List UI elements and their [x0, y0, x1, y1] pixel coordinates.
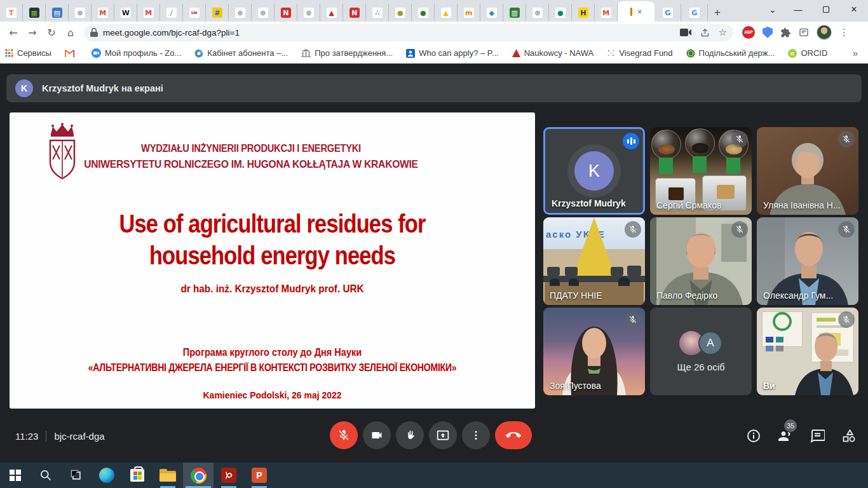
adblock-icon[interactable]: ABP	[742, 26, 755, 39]
participant-tile-serhii-yermakov[interactable]: Сергій Єрмаков	[650, 127, 752, 215]
pinned-tab[interactable]: M	[92, 4, 114, 22]
tab-search-chevron-icon[interactable]: ⌄	[761, 0, 784, 19]
pinned-tab[interactable]: ▤	[46, 4, 69, 22]
bookmark-visegrad[interactable]: Visegrad Fund	[607, 48, 672, 58]
meeting-details-button[interactable]	[746, 428, 761, 444]
edge-taskbar-icon[interactable]	[92, 463, 122, 488]
profile-avatar[interactable]	[817, 25, 832, 40]
new-tab-button[interactable]: +	[708, 4, 727, 22]
file-explorer-icon[interactable]	[153, 463, 183, 488]
browser-tab[interactable]: G	[681, 4, 708, 22]
self-view-tile[interactable]: Ви	[757, 308, 858, 395]
pinned-tab[interactable]: /	[160, 4, 183, 22]
gmail-icon	[65, 50, 74, 57]
pinned-tab[interactable]: ●	[389, 4, 412, 22]
address-bar[interactable]: meet.google.com/bjc-rcaf-dga?pli=1 ☆	[84, 24, 733, 41]
bookmark-gmail[interactable]	[65, 50, 78, 57]
pinned-tab[interactable]: ▥	[503, 4, 526, 22]
leave-call-button[interactable]	[495, 421, 532, 449]
bookmark-services[interactable]: Сервисы	[5, 48, 51, 58]
participants-button[interactable]: 35	[778, 428, 793, 444]
mic-off-icon	[731, 221, 748, 238]
search-button[interactable]	[31, 463, 61, 488]
close-button[interactable]: ×	[840, 0, 868, 19]
chat-button[interactable]	[810, 428, 825, 444]
tab-favicon-icon: #	[212, 8, 222, 18]
url-text[interactable]: meet.google.com/bjc-rcaf-dga?pli=1	[103, 28, 680, 37]
pinned-tab[interactable]: ⊕	[229, 4, 252, 22]
participant-tile-zoia-pustova[interactable]: Зоя Пустова	[543, 308, 645, 395]
pinned-tab[interactable]: ▲	[435, 4, 458, 22]
start-button[interactable]	[0, 463, 31, 488]
pinned-tab[interactable]: T	[0, 4, 23, 22]
bookmark-zoom-profile[interactable]: Мой профиль - Zo...	[92, 48, 181, 58]
microsoft-store-icon[interactable]	[122, 463, 153, 488]
camera-toggle-button[interactable]	[363, 421, 391, 449]
pinned-tab[interactable]: M	[595, 4, 618, 22]
pinned-tab[interactable]: ▲	[320, 4, 343, 22]
forward-button[interactable]: →	[23, 24, 42, 41]
tab-close-icon[interactable]: ×	[637, 8, 642, 16]
pinned-tab[interactable]: ●	[412, 4, 435, 22]
pinned-tab[interactable]: ◆	[480, 4, 503, 22]
bookmark-orcid[interactable]: iD ORCID	[788, 48, 827, 58]
pinned-tab[interactable]: ⊕	[526, 4, 549, 22]
chrome-menu-icon[interactable]: ⋮	[839, 27, 849, 38]
home-button[interactable]: ⌂	[61, 24, 80, 41]
back-button[interactable]: ←	[4, 24, 23, 41]
browser-tab[interactable]: G	[654, 4, 681, 22]
tab-favicon-icon: ⊕	[258, 8, 268, 18]
bookmark-star-icon[interactable]: ☆	[719, 27, 727, 38]
chrome-taskbar-icon[interactable]	[183, 463, 214, 488]
camera-active-icon[interactable]	[680, 29, 691, 36]
pinned-tab[interactable]: H	[572, 4, 595, 22]
participant-tile-pdatu[interactable]: аско УКРЕ ПДАТУ ННІЕ	[543, 217, 645, 305]
pinned-tab[interactable]: ●	[549, 4, 572, 22]
bookmark-nawa[interactable]: Naukowcy - NAWA	[512, 48, 594, 58]
reload-button[interactable]: ↻	[42, 24, 61, 41]
bookmark-decree[interactable]: Про затвердження...	[301, 48, 393, 58]
share-icon[interactable]	[700, 28, 710, 37]
shield-extension-icon[interactable]	[763, 27, 773, 38]
puzzle-extensions-icon[interactable]	[780, 27, 791, 38]
shared-presentation-slide[interactable]: WYDZIAŁU INŻYNIERII PRODUKCJI I ENERGETY…	[10, 112, 535, 409]
bookmark-podilsky[interactable]: Подільський держ...	[686, 48, 775, 58]
task-view-button[interactable]	[61, 463, 92, 488]
pinned-tab[interactable]: N	[343, 4, 366, 22]
pinned-tab[interactable]: #	[206, 4, 229, 22]
bookmark-cabinet[interactable]: Кабінет абонента –...	[194, 48, 288, 58]
powerpoint-icon[interactable]: P	[244, 463, 275, 488]
participant-name: Сергій Єрмаков	[656, 200, 721, 210]
pinned-tab[interactable]: ∴	[366, 4, 389, 22]
pinned-tab[interactable]: ⊕	[252, 4, 275, 22]
mic-off-icon	[731, 131, 748, 147]
mic-toggle-button[interactable]	[330, 421, 358, 449]
participant-tile-oleksandr[interactable]: Олександр Гум...	[757, 217, 858, 305]
pinned-tab[interactable]: ⊕	[297, 4, 320, 22]
pinned-tab[interactable]: W	[114, 4, 137, 22]
pinned-tab[interactable]: m	[458, 4, 480, 22]
active-tab[interactable]: ×	[618, 1, 654, 22]
participant-tile-uliana[interactable]: Уляна Іванівна Н...	[757, 127, 858, 215]
pinned-tab[interactable]: SAR	[183, 4, 206, 22]
browser-toolbar: ← → ↻ ⌂ meet.google.com/bjc-rcaf-dga?pli…	[0, 22, 868, 43]
pinned-tab[interactable]: ⊕	[69, 4, 92, 22]
pinned-tab[interactable]: N	[275, 4, 297, 22]
visegrad-dots-icon	[607, 49, 615, 57]
participant-tile-krzysztof-mudryk[interactable]: K Krzysztof Mudryk	[543, 127, 645, 215]
more-options-button[interactable]	[462, 421, 490, 449]
minimize-button[interactable]: —	[784, 0, 812, 19]
pinned-tab[interactable]: M	[137, 4, 160, 22]
participant-tile-pavlo-fedirko[interactable]: Павло Федірко	[650, 217, 752, 305]
restore-button[interactable]	[812, 0, 840, 19]
activities-button[interactable]	[841, 428, 857, 444]
pinned-tab[interactable]: ▦	[23, 4, 46, 22]
tab-favicon-icon: ∴	[372, 8, 383, 18]
present-screen-button[interactable]	[429, 421, 457, 449]
acrobat-icon[interactable]	[214, 463, 244, 488]
bookmarks-overflow-chevron[interactable]: »	[853, 48, 863, 58]
bookmark-who-can-apply[interactable]: Who can apply? – P...	[406, 48, 499, 58]
overflow-participants-tile[interactable]: A Ще 26 осіб	[650, 308, 752, 395]
reader-mode-icon[interactable]	[799, 27, 809, 37]
raise-hand-button[interactable]	[396, 421, 424, 449]
